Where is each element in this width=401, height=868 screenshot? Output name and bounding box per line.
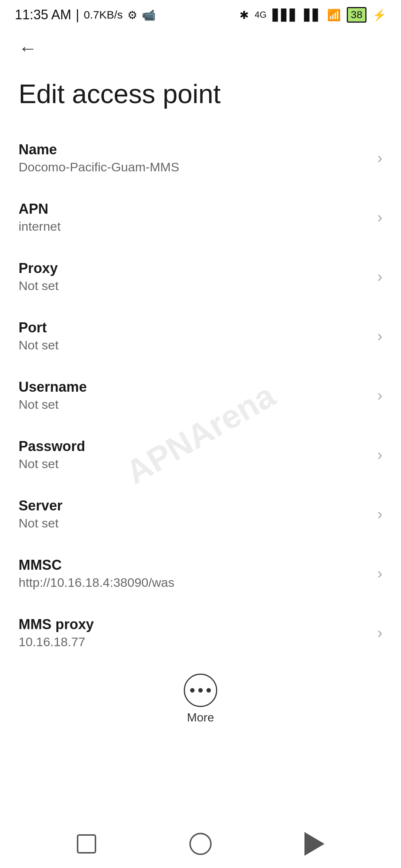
page-title: Edit access point xyxy=(19,79,221,109)
chevron-right-icon: › xyxy=(377,149,382,167)
charging-icon: ⚡ xyxy=(372,9,386,22)
status-icons-right: ✱ 4G ▋▋▋ ▋▋ 📶 38 ⚡ xyxy=(239,7,386,23)
chevron-right-icon: › xyxy=(377,446,382,464)
settings-item-password[interactable]: Password Not set › xyxy=(0,425,401,484)
signal-bars2-icon: ▋▋ xyxy=(304,9,321,22)
settings-item-proxy-label: Proxy xyxy=(19,260,370,276)
settings-item-apn-value: internet xyxy=(19,219,370,234)
nav-recents-icon xyxy=(77,834,96,854)
settings-item-password-value: Not set xyxy=(19,457,370,471)
settings-item-mmsc[interactable]: MMSC http://10.16.18.4:38090/was › xyxy=(0,544,401,603)
status-bar-left: 11:35 AM | 0.7KB/s ⚙ 📹 xyxy=(15,7,156,23)
settings-item-server-value: Not set xyxy=(19,516,370,530)
wifi-icon: 📶 xyxy=(327,9,341,22)
nav-recents-button[interactable] xyxy=(72,829,101,859)
navigation-bar xyxy=(0,820,401,868)
settings-item-mms-proxy-label: MMS proxy xyxy=(19,617,370,632)
main-content: ← Edit access point Name Docomo-Pacific-… xyxy=(0,30,401,820)
status-separator: | xyxy=(76,7,79,23)
settings-item-username[interactable]: Username Not set › xyxy=(0,366,401,425)
settings-item-username-value: Not set xyxy=(19,397,370,412)
settings-item-name[interactable]: Name Docomo-Pacific-Guam-MMS › xyxy=(0,128,401,188)
signal-bars-icon: ▋▋▋ xyxy=(273,9,298,22)
settings-item-server-content: Server Not set xyxy=(19,498,370,530)
settings-item-server[interactable]: Server Not set › xyxy=(0,484,401,544)
chevron-right-icon: › xyxy=(377,268,382,286)
settings-item-mmsc-content: MMSC http://10.16.18.4:38090/was xyxy=(19,557,370,590)
settings-item-name-label: Name xyxy=(19,142,370,158)
settings-item-name-value: Docomo-Pacific-Guam-MMS xyxy=(19,160,370,174)
settings-item-password-content: Password Not set xyxy=(19,438,370,471)
more-dot-1 xyxy=(190,688,195,693)
chevron-right-icon: › xyxy=(377,624,382,642)
settings-item-mms-proxy[interactable]: MMS proxy 10.16.18.77 › xyxy=(0,603,401,662)
settings-list: Name Docomo-Pacific-Guam-MMS › APN inter… xyxy=(0,128,401,662)
more-label: More xyxy=(187,711,214,724)
settings-item-mms-proxy-value: 10.16.18.77 xyxy=(19,635,370,649)
page-title-area: Edit access point xyxy=(0,67,401,128)
settings-item-name-content: Name Docomo-Pacific-Guam-MMS xyxy=(19,142,370,174)
settings-item-port-value: Not set xyxy=(19,338,370,352)
status-time: 11:35 AM xyxy=(15,7,71,23)
more-dots-icon xyxy=(190,688,211,693)
settings-item-mmsc-value: http://10.16.18.4:38090/was xyxy=(19,575,370,590)
nav-home-icon xyxy=(189,833,212,855)
settings-item-server-label: Server xyxy=(19,498,370,514)
signal-4g-icon: 4G xyxy=(255,10,267,20)
settings-item-username-label: Username xyxy=(19,379,370,395)
more-button-area: More xyxy=(0,662,401,732)
back-arrow-icon: ← xyxy=(19,37,37,59)
status-speed: 0.7KB/s xyxy=(84,9,123,21)
chevron-right-icon: › xyxy=(377,387,382,404)
settings-item-apn-label: APN xyxy=(19,201,370,217)
more-dot-3 xyxy=(206,688,211,693)
settings-icon: ⚙ xyxy=(127,9,137,22)
chevron-right-icon: › xyxy=(377,565,382,582)
nav-home-button[interactable] xyxy=(186,829,215,859)
status-bar: 11:35 AM | 0.7KB/s ⚙ 📹 ✱ 4G ▋▋▋ ▋▋ 📶 38 … xyxy=(0,0,401,30)
settings-item-username-content: Username Not set xyxy=(19,379,370,412)
settings-item-mmsc-label: MMSC xyxy=(19,557,370,573)
settings-item-proxy-value: Not set xyxy=(19,279,370,293)
bluetooth-icon: ✱ xyxy=(239,9,249,22)
nav-back-button[interactable] xyxy=(300,829,329,859)
toolbar: ← xyxy=(0,30,401,67)
settings-item-proxy[interactable]: Proxy Not set › xyxy=(0,247,401,306)
more-button[interactable] xyxy=(184,674,217,707)
chevron-right-icon: › xyxy=(377,327,382,345)
chevron-right-icon: › xyxy=(377,505,382,523)
chevron-right-icon: › xyxy=(377,208,382,226)
battery-indicator: 38 xyxy=(347,7,366,23)
settings-item-apn-content: APN internet xyxy=(19,201,370,234)
settings-item-mms-proxy-content: MMS proxy 10.16.18.77 xyxy=(19,617,370,649)
settings-item-proxy-content: Proxy Not set xyxy=(19,260,370,293)
settings-item-apn[interactable]: APN internet › xyxy=(0,188,401,247)
video-camera-icon: 📹 xyxy=(142,9,156,22)
settings-item-port-label: Port xyxy=(19,320,370,336)
more-dot-2 xyxy=(198,688,203,693)
settings-item-port[interactable]: Port Not set › xyxy=(0,306,401,366)
settings-item-password-label: Password xyxy=(19,438,370,454)
back-button[interactable]: ← xyxy=(15,35,41,61)
settings-item-port-content: Port Not set xyxy=(19,320,370,352)
nav-back-icon xyxy=(304,832,325,856)
